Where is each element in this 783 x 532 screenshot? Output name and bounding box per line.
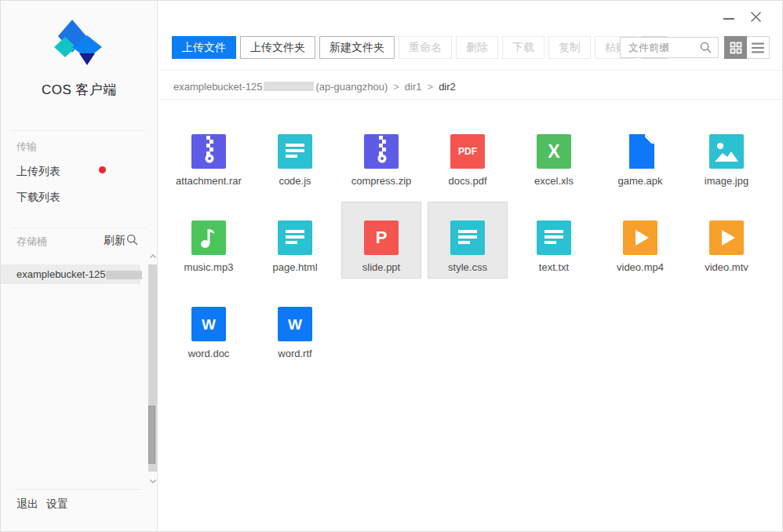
minimize-icon[interactable] bbox=[723, 18, 734, 20]
excel-file-icon: X bbox=[537, 134, 571, 169]
file-name-label: docs.pdf bbox=[448, 175, 486, 187]
file-name-label: game.apk bbox=[617, 175, 662, 187]
redacted-bucket-suffix bbox=[264, 82, 314, 91]
file-name-label: video.mtv bbox=[705, 261, 748, 273]
file-name-label: text.txt bbox=[539, 261, 569, 273]
transfer-section-header: 传输 bbox=[16, 140, 37, 154]
breadcrumb: examplebucket-125(ap-guangzhou)>dir1>dir… bbox=[173, 81, 456, 93]
file-name-label: code.js bbox=[279, 175, 311, 187]
breadcrumb-bucket[interactable]: examplebucket-125 bbox=[173, 81, 262, 93]
rename-button[interactable]: 重命名 bbox=[399, 36, 452, 59]
grid-view-button[interactable] bbox=[724, 36, 747, 59]
exit-button[interactable]: 退出 bbox=[16, 497, 38, 512]
file-item[interactable]: X excel.xls bbox=[514, 115, 594, 192]
toolbar: 上传文件 上传文件夹 新建文件夹 重命名 删除 下载 复制 粘贴 bbox=[172, 36, 668, 59]
sidebar-item-download-list[interactable]: 下载列表 bbox=[16, 191, 60, 205]
cos-logo-icon bbox=[53, 18, 104, 68]
file-item[interactable]: P slide.ppt bbox=[341, 202, 421, 279]
file-name-label: slide.ppt bbox=[362, 261, 400, 273]
pdf-file-icon: PDF bbox=[450, 134, 485, 169]
file-name-label: image.jpg bbox=[705, 175, 748, 187]
html-file-icon bbox=[278, 220, 312, 255]
file-item[interactable]: game.apk bbox=[600, 115, 680, 192]
file-item[interactable]: style.css bbox=[428, 202, 508, 279]
grid-view-icon bbox=[730, 42, 742, 54]
file-name-label: compress.zip bbox=[351, 175, 412, 187]
breadcrumb-divider bbox=[158, 99, 782, 100]
music-file-icon bbox=[191, 220, 226, 255]
download-button[interactable]: 下载 bbox=[502, 36, 544, 59]
sidebar-scrollbar-thumb[interactable] bbox=[148, 406, 155, 464]
settings-button[interactable]: 设置 bbox=[46, 497, 68, 512]
sidebar-scrollbar-track[interactable] bbox=[148, 264, 157, 472]
file-name-label: word.doc bbox=[188, 348, 230, 359]
sidebar-bucket-item[interactable]: examplebucket-125 bbox=[1, 264, 140, 284]
list-view-icon bbox=[752, 42, 764, 53]
new-folder-button[interactable]: 新建文件夹 bbox=[319, 36, 395, 59]
breadcrumb-dir2: dir2 bbox=[439, 81, 456, 93]
upload-folder-button[interactable]: 上传文件夹 bbox=[240, 36, 315, 59]
file-name-label: excel.xls bbox=[534, 175, 574, 187]
sidebar-divider bbox=[10, 130, 146, 131]
cos-client-window: COS 客户端 传输 上传列表 下载列表 存储桶 刷新 examplebucke… bbox=[0, 0, 783, 532]
sidebar-divider bbox=[15, 489, 141, 490]
file-item[interactable]: music.mp3 bbox=[169, 202, 249, 279]
close-icon[interactable] bbox=[750, 11, 762, 23]
breadcrumb-dir1[interactable]: dir1 bbox=[405, 81, 422, 93]
file-name-label: music.mp3 bbox=[184, 261, 234, 273]
video-file-icon bbox=[709, 220, 744, 255]
file-name-label: video.mp4 bbox=[617, 261, 664, 273]
file-name-label: page.html bbox=[272, 261, 317, 273]
bucket-section-header: 存储桶 bbox=[16, 235, 47, 249]
archive-icon bbox=[364, 134, 399, 169]
file-name-label: word.rtf bbox=[278, 348, 311, 359]
copy-button[interactable]: 复制 bbox=[548, 36, 591, 59]
file-item[interactable]: video.mtv bbox=[686, 202, 767, 279]
file-item[interactable]: code.js bbox=[255, 115, 335, 192]
delete-button[interactable]: 删除 bbox=[456, 36, 498, 59]
file-item[interactable]: W word.doc bbox=[169, 288, 249, 365]
file-name-label: attachment.rar bbox=[176, 175, 242, 187]
file-item[interactable]: compress.zip bbox=[341, 115, 421, 192]
file-grid: attachment.rar code.js compress.zip PDF … bbox=[169, 115, 773, 365]
breadcrumb-separator: > bbox=[393, 81, 399, 93]
breadcrumb-separator: > bbox=[428, 81, 434, 93]
scrollbar-up-icon[interactable] bbox=[149, 250, 157, 257]
sidebar: COS 客户端 传输 上传列表 下载列表 存储桶 刷新 examplebucke… bbox=[1, 1, 158, 532]
file-item[interactable]: PDF docs.pdf bbox=[428, 115, 508, 192]
video-file-icon bbox=[623, 220, 657, 255]
word-file-icon: W bbox=[278, 307, 312, 341]
code-file-icon bbox=[278, 134, 312, 169]
word-file-icon: W bbox=[191, 307, 226, 341]
image-file-icon bbox=[709, 134, 744, 169]
ppt-file-icon: P bbox=[364, 220, 399, 255]
file-item[interactable]: image.jpg bbox=[686, 115, 767, 192]
search-icon[interactable] bbox=[700, 42, 712, 53]
scrollbar-down-icon[interactable] bbox=[149, 474, 157, 482]
file-item[interactable]: video.mp4 bbox=[600, 202, 680, 279]
breadcrumb-region[interactable]: (ap-guangzhou) bbox=[315, 81, 388, 93]
list-view-button[interactable] bbox=[747, 36, 770, 59]
file-item[interactable]: W word.rtf bbox=[255, 288, 335, 365]
archive-icon bbox=[191, 134, 226, 169]
file-item[interactable]: page.html bbox=[255, 202, 335, 279]
file-prefix-search bbox=[620, 37, 719, 58]
file-item[interactable]: text.txt bbox=[514, 202, 594, 279]
redacted-bucket-suffix bbox=[106, 271, 142, 279]
apk-file-icon bbox=[623, 134, 657, 169]
bucket-name: examplebucket-125 bbox=[16, 268, 105, 280]
bucket-refresh-button[interactable]: 刷新 bbox=[104, 234, 126, 248]
view-toggle bbox=[724, 36, 770, 59]
app-title: COS 客户端 bbox=[1, 81, 158, 99]
text-file-icon bbox=[537, 220, 571, 255]
bucket-search-icon[interactable] bbox=[126, 234, 138, 249]
upload-badge-dot bbox=[99, 166, 106, 173]
search-input[interactable] bbox=[621, 42, 700, 53]
upload-file-button[interactable]: 上传文件 bbox=[172, 36, 236, 59]
file-item[interactable]: attachment.rar bbox=[169, 115, 249, 192]
file-name-label: style.css bbox=[448, 261, 487, 273]
toolbar-divider bbox=[158, 70, 782, 71]
sidebar-item-upload-list[interactable]: 上传列表 bbox=[16, 165, 60, 179]
sidebar-divider bbox=[10, 228, 146, 228]
css-file-icon bbox=[450, 220, 485, 255]
